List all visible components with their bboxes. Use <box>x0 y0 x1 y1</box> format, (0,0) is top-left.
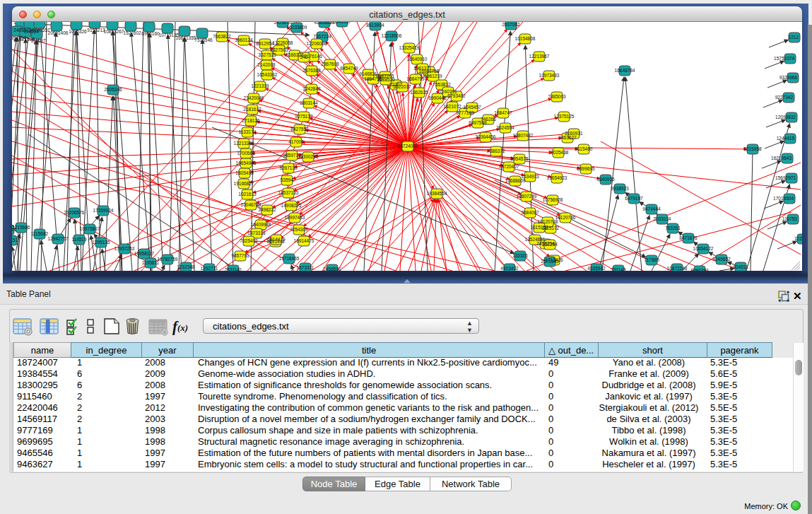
svg-text:16210643: 16210643 <box>771 156 792 160</box>
svg-text:763261: 763261 <box>665 226 681 230</box>
svg-text:6961219: 6961219 <box>424 74 442 78</box>
svg-text:3676368: 3676368 <box>302 68 321 73</box>
svg-text:4335942: 4335942 <box>587 266 606 271</box>
svg-text:2367608: 2367608 <box>321 62 339 66</box>
svg-text:9474444: 9474444 <box>642 206 661 211</box>
svg-text:2571945: 2571945 <box>541 259 559 264</box>
svg-text:2531141: 2531141 <box>225 267 242 271</box>
svg-text:9457791: 9457791 <box>231 253 249 258</box>
svg-text:3327533: 3327533 <box>258 52 276 57</box>
svg-text:18724007: 18724007 <box>398 144 418 148</box>
svg-text:8912954: 8912954 <box>256 41 274 46</box>
svg-text:6899695: 6899695 <box>577 166 595 171</box>
svg-text:9146821: 9146821 <box>359 71 377 76</box>
svg-text:1684747: 1684747 <box>494 110 512 115</box>
svg-text:3267130: 3267130 <box>279 165 298 170</box>
svg-text:1133174: 1133174 <box>239 129 257 134</box>
svg-text:2933114: 2933114 <box>654 216 671 221</box>
svg-text:53594: 53594 <box>281 177 293 182</box>
svg-text:6479197: 6479197 <box>625 196 643 201</box>
svg-text:12206088: 12206088 <box>307 41 327 46</box>
svg-text:16120746: 16120746 <box>555 215 576 220</box>
svg-text:12210: 12210 <box>794 236 802 241</box>
svg-text:6966160: 6966160 <box>141 31 160 36</box>
svg-text:331148: 331148 <box>611 267 626 271</box>
svg-text:7386372: 7386372 <box>487 148 505 153</box>
svg-text:1362635: 1362635 <box>410 90 428 95</box>
svg-text:19384554: 19384554 <box>427 191 447 196</box>
svg-text:546: 546 <box>300 54 308 59</box>
svg-text:1805498: 1805498 <box>235 170 254 175</box>
svg-text:13226058: 13226058 <box>273 40 293 45</box>
svg-text:6990448: 6990448 <box>428 95 447 100</box>
svg-text:16120748: 16120748 <box>538 219 558 224</box>
svg-text:(x): (x) <box>177 322 188 333</box>
svg-text:1640935: 1640935 <box>596 177 615 182</box>
svg-text:10807487: 10807487 <box>513 133 534 138</box>
svg-text:10997483: 10997483 <box>285 215 305 220</box>
svg-text:12213967: 12213967 <box>529 54 550 59</box>
svg-text:5322037: 5322037 <box>393 84 411 89</box>
svg-text:1961371: 1961371 <box>413 66 432 71</box>
svg-text:1588520: 1588520 <box>377 77 395 82</box>
svg-text:7485003: 7485003 <box>548 94 566 99</box>
svg-text:10025438: 10025438 <box>548 150 569 155</box>
svg-text:10973493: 10973493 <box>539 73 560 78</box>
svg-text:15692971: 15692971 <box>775 175 796 180</box>
svg-text:17016504: 17016504 <box>773 196 794 201</box>
svg-text:19166827: 19166827 <box>234 181 254 186</box>
svg-text:12942757: 12942757 <box>48 236 69 241</box>
svg-text:116753: 116753 <box>782 216 798 221</box>
svg-text:17359924: 17359924 <box>93 208 114 213</box>
svg-text:1573311: 1573311 <box>297 265 314 270</box>
svg-text:4903402: 4903402 <box>500 266 519 271</box>
svg-text:7254309: 7254309 <box>290 227 308 232</box>
svg-text:10154808: 10154808 <box>515 36 536 41</box>
svg-text:16914475: 16914475 <box>294 238 314 243</box>
svg-text:1115682: 1115682 <box>31 231 49 236</box>
svg-text:8613904: 8613904 <box>366 23 384 28</box>
svg-text:9227342: 9227342 <box>775 95 794 100</box>
svg-text:2458591: 2458591 <box>323 267 341 271</box>
svg-text:9938923: 9938923 <box>611 186 629 191</box>
svg-text:1212: 1212 <box>789 35 799 40</box>
svg-text:9275132: 9275132 <box>295 114 313 119</box>
svg-text:1873318: 1873318 <box>247 230 266 235</box>
svg-text:2142008: 2142008 <box>257 62 276 67</box>
svg-text:2181612: 2181612 <box>243 107 261 112</box>
svg-text:1195811: 1195811 <box>142 260 160 265</box>
svg-text:1215686: 1215686 <box>12 225 30 230</box>
svg-text:16671355: 16671355 <box>176 35 196 40</box>
svg-text:20206576: 20206576 <box>64 210 85 215</box>
svg-text:8471676: 8471676 <box>679 235 698 240</box>
svg-text:9115460: 9115460 <box>575 146 593 151</box>
svg-text:23420046: 23420046 <box>244 95 264 100</box>
svg-text:19654923: 19654923 <box>547 175 567 180</box>
svg-text:7515546: 7515546 <box>194 37 213 42</box>
svg-text:2718126: 2718126 <box>242 118 260 123</box>
svg-text:1295135: 1295135 <box>92 240 110 245</box>
svg-text:9329966: 9329966 <box>779 75 798 80</box>
svg-text:10975867: 10975867 <box>80 226 100 231</box>
svg-text:14908225: 14908225 <box>281 203 302 208</box>
svg-text:133326: 133326 <box>512 253 528 258</box>
svg-text:16543362: 16543362 <box>257 72 278 77</box>
svg-text:42868828: 42868828 <box>314 22 335 25</box>
svg-text:1292711: 1292711 <box>201 266 218 271</box>
svg-text:1085326: 1085326 <box>69 29 87 34</box>
svg-text:10958117: 10958117 <box>134 251 155 256</box>
svg-text:9327503: 9327503 <box>270 47 288 52</box>
svg-text:15751074: 15751074 <box>774 56 794 61</box>
svg-text:1534923: 1534923 <box>521 174 539 179</box>
svg-text:3960124: 3960124 <box>235 37 253 42</box>
svg-text:8454749: 8454749 <box>340 66 358 71</box>
svg-text:18300295: 18300295 <box>298 154 319 159</box>
svg-text:417006: 417006 <box>288 139 304 144</box>
svg-text:252254: 252254 <box>542 242 558 247</box>
svg-text:9463627: 9463627 <box>558 135 577 140</box>
svg-text:1684799: 1684799 <box>406 76 425 81</box>
svg-text:18537133: 18537133 <box>278 190 299 195</box>
svg-text:1244415: 1244415 <box>777 136 795 141</box>
svg-text:16409948: 16409948 <box>251 222 271 227</box>
svg-text:10688609: 10688609 <box>505 178 526 183</box>
